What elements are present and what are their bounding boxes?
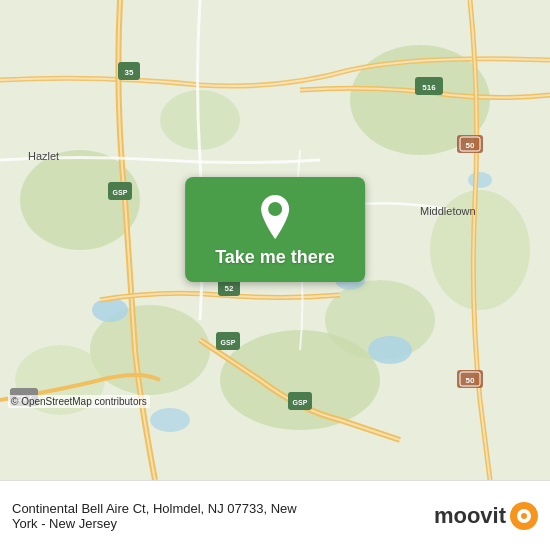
svg-text:52: 52 (225, 284, 234, 293)
moovit-text: moovit (434, 503, 506, 529)
svg-text:Hazlet: Hazlet (28, 150, 59, 162)
svg-text:35: 35 (125, 68, 134, 77)
moovit-logo: moovit (434, 502, 538, 530)
address-line2: York - New Jersey (12, 516, 434, 531)
svg-point-9 (92, 298, 128, 322)
location-pin-icon (257, 195, 293, 239)
svg-point-12 (468, 172, 492, 188)
svg-text:50: 50 (466, 141, 475, 150)
bottom-bar: Continental Bell Aire Ct, Holmdel, NJ 07… (0, 480, 550, 550)
svg-text:GSP: GSP (221, 339, 236, 346)
openstreetmap-credit: © OpenStreetMap contributors (8, 395, 150, 408)
svg-point-10 (368, 336, 412, 364)
moovit-icon (510, 502, 538, 530)
svg-text:516: 516 (422, 83, 436, 92)
map-container: 35 516 GSP GSP GSP 52 50 50 CR 4 Hazlet … (0, 0, 550, 480)
moovit-icon-inner (517, 509, 531, 523)
address-line1: Continental Bell Aire Ct, Holmdel, NJ 07… (12, 501, 434, 516)
svg-point-36 (268, 202, 282, 216)
svg-text:GSP: GSP (293, 399, 308, 406)
svg-text:Middletown: Middletown (420, 205, 476, 217)
take-me-there-button[interactable]: Take me there (215, 247, 335, 268)
address-block: Continental Bell Aire Ct, Holmdel, NJ 07… (12, 501, 434, 531)
take-me-there-overlay: Take me there (185, 177, 365, 282)
svg-text:50: 50 (466, 376, 475, 385)
green-box: Take me there (185, 177, 365, 282)
svg-text:GSP: GSP (113, 189, 128, 196)
svg-point-13 (150, 408, 190, 432)
moovit-dot (521, 513, 527, 519)
